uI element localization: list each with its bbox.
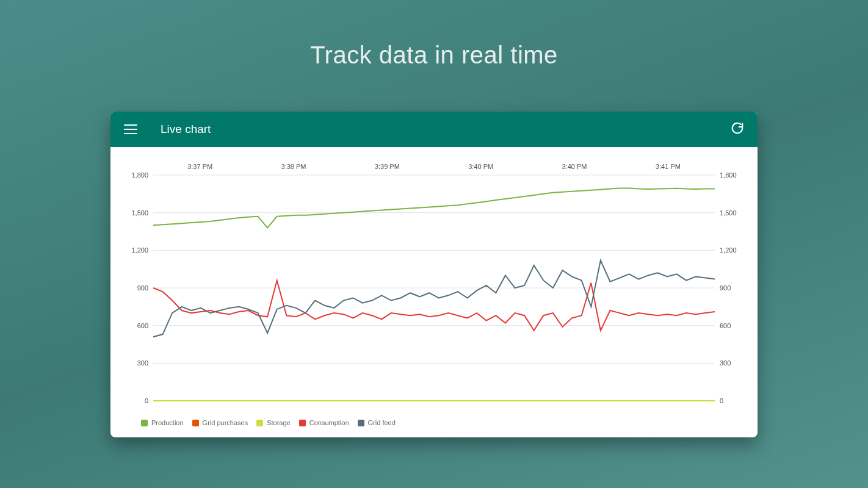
y-tick-left: 0 <box>145 397 148 404</box>
x-tick: 3:39 PM <box>375 163 400 170</box>
x-tick: 3:41 PM <box>656 163 681 170</box>
legend: ProductionGrid purchasesStorageConsumpti… <box>124 419 744 426</box>
legend-label: Storage <box>267 419 291 426</box>
line-chart[interactable]: 003003006006009009001,2001,2001,5001,500… <box>124 157 744 413</box>
x-tick: 3:40 PM <box>468 163 493 170</box>
legend-label: Production <box>151 419 184 426</box>
app-bar: Live chart <box>110 112 758 147</box>
y-tick-left: 1,500 <box>131 209 148 217</box>
chart-container: 003003006006009009001,2001,2001,5001,500… <box>110 147 758 437</box>
y-tick-right: 1,800 <box>720 171 737 179</box>
y-tick-left: 1,800 <box>131 171 148 179</box>
legend-swatch <box>192 420 199 426</box>
legend-item[interactable]: Grid feed <box>358 419 396 426</box>
legend-swatch <box>256 420 263 426</box>
legend-item[interactable]: Grid purchases <box>192 419 248 426</box>
headline: Track data in real time <box>0 0 868 69</box>
series-production <box>153 188 715 228</box>
menu-icon[interactable] <box>124 124 137 134</box>
x-tick: 3:37 PM <box>187 163 212 170</box>
legend-label: Consumption <box>309 419 349 426</box>
y-tick-right: 300 <box>720 359 731 367</box>
legend-swatch <box>141 420 148 426</box>
legend-item[interactable]: Consumption <box>299 419 349 426</box>
y-tick-left: 300 <box>137 359 148 367</box>
legend-label: Grid feed <box>368 419 396 426</box>
legend-swatch <box>299 420 306 426</box>
legend-item[interactable]: Storage <box>256 419 291 426</box>
legend-swatch <box>358 420 364 426</box>
refresh-icon[interactable] <box>731 121 744 137</box>
y-tick-left: 600 <box>137 322 148 329</box>
y-tick-left: 1,200 <box>131 246 148 254</box>
y-tick-right: 1,200 <box>720 246 737 254</box>
y-tick-right: 900 <box>720 284 731 292</box>
appbar-title: Live chart <box>161 123 211 136</box>
y-tick-left: 900 <box>137 284 148 292</box>
legend-label: Grid purchases <box>203 419 248 426</box>
y-tick-right: 1,500 <box>720 209 737 217</box>
live-chart-card: Live chart 003003006006009009001,2001,20… <box>110 112 758 437</box>
x-tick: 3:38 PM <box>281 163 306 170</box>
y-tick-right: 600 <box>720 322 731 329</box>
legend-item[interactable]: Production <box>141 419 184 426</box>
x-tick: 3:40 PM <box>562 163 587 170</box>
y-tick-right: 0 <box>720 397 723 404</box>
